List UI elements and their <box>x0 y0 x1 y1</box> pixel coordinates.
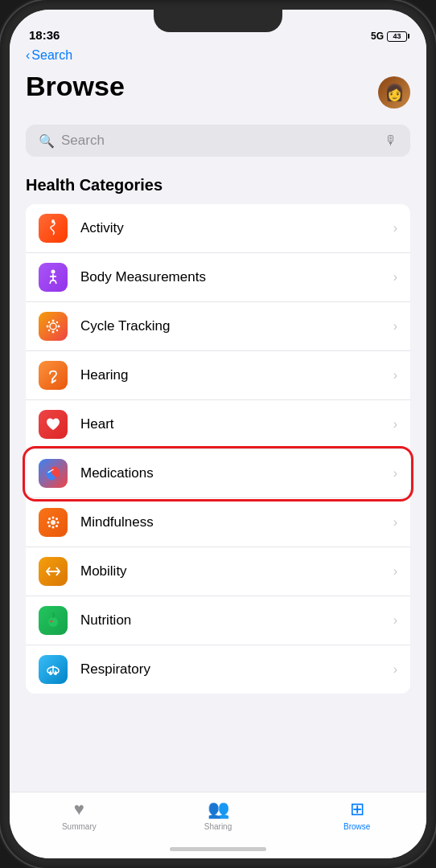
summary-tab-icon: ♥ <box>74 799 84 820</box>
nav-back: ‹ Search <box>10 45 426 64</box>
notch <box>154 10 282 32</box>
list-item[interactable]: Nutrition › <box>26 596 410 645</box>
microphone-icon[interactable]: 🎙 <box>385 133 397 148</box>
svg-point-22 <box>52 517 55 519</box>
chevron-icon: › <box>393 466 397 481</box>
svg-point-16 <box>56 330 58 331</box>
cycle-tracking-label: Cycle Tracking <box>80 318 393 334</box>
home-bar <box>170 847 266 851</box>
browse-tab-icon: ⊞ <box>350 799 364 820</box>
svg-point-23 <box>52 526 55 529</box>
back-button[interactable]: ‹ Search <box>26 48 410 63</box>
list-item[interactable]: Mindfulness › <box>26 498 410 547</box>
body-measurements-label: Body Measurements <box>80 269 393 285</box>
hearing-icon <box>39 361 68 390</box>
svg-point-10 <box>52 331 55 334</box>
chevron-icon: › <box>393 221 397 235</box>
svg-line-7 <box>56 280 57 284</box>
svg-point-0 <box>51 219 55 223</box>
svg-point-14 <box>56 321 58 323</box>
svg-point-12 <box>58 326 60 328</box>
list-item[interactable]: Hearing › <box>26 351 410 400</box>
section-header: Health Categories <box>26 176 410 194</box>
nutrition-label: Nutrition <box>80 612 393 628</box>
avatar-image: 👩 <box>385 83 405 102</box>
chevron-icon: › <box>393 270 397 285</box>
heart-label: Heart <box>80 416 393 432</box>
hearing-label: Hearing <box>80 367 393 383</box>
svg-point-32 <box>51 620 53 623</box>
tab-summary[interactable]: ♥ Summary <box>10 799 149 831</box>
respiratory-label: Respiratory <box>80 661 393 678</box>
sharing-tab-label: Sharing <box>204 822 232 831</box>
categories-list: Activity › <box>26 204 410 694</box>
svg-point-25 <box>57 522 60 524</box>
back-label: Search <box>31 48 72 63</box>
list-item[interactable]: Mobility › <box>26 547 410 596</box>
search-bar[interactable]: 🔍 Search 🎙 <box>26 125 410 157</box>
mindfulness-label: Mindfulness <box>80 514 393 530</box>
mobility-label: Mobility <box>80 563 393 579</box>
phone-screen: 18:36 5G 43 ‹ Search Browse 👩 <box>10 10 426 858</box>
sharing-tab-icon: 👥 <box>208 799 229 820</box>
svg-point-27 <box>56 518 58 520</box>
status-right: 5G 43 <box>371 31 407 42</box>
search-icon: 🔍 <box>39 133 55 149</box>
svg-point-31 <box>48 617 58 627</box>
chevron-icon: › <box>393 368 397 383</box>
medications-label: Medications <box>80 465 393 481</box>
svg-point-9 <box>52 320 55 322</box>
phone-frame: 18:36 5G 43 ‹ Search Browse 👩 <box>0 0 436 868</box>
list-item[interactable]: Cycle Tracking › <box>26 302 410 351</box>
svg-point-26 <box>48 518 51 520</box>
body-measurements-icon <box>39 263 68 292</box>
list-item[interactable]: Activity › <box>26 204 410 253</box>
mobility-icon <box>39 557 68 586</box>
nutrition-icon <box>39 606 68 635</box>
browse-tab-label: Browse <box>343 822 370 831</box>
svg-point-24 <box>47 522 50 524</box>
svg-point-8 <box>50 323 56 330</box>
svg-point-29 <box>56 525 58 527</box>
summary-tab-label: Summary <box>62 822 97 831</box>
list-item[interactable]: Respiratory › <box>26 645 410 694</box>
svg-point-13 <box>48 321 50 323</box>
list-item[interactable]: Heart › <box>26 400 410 449</box>
svg-point-17 <box>51 381 54 383</box>
svg-point-1 <box>51 270 56 274</box>
mindfulness-icon <box>39 508 68 537</box>
cycle-tracking-icon <box>39 312 68 341</box>
tab-browse[interactable]: ⊞ Browse <box>287 799 426 831</box>
page-title: Browse <box>26 71 125 102</box>
svg-point-15 <box>48 330 50 331</box>
header-row: Browse 👩 <box>26 71 410 113</box>
svg-line-6 <box>50 280 51 284</box>
chevron-icon: › <box>393 564 397 579</box>
svg-point-11 <box>47 326 49 328</box>
activity-label: Activity <box>80 220 393 236</box>
tab-sharing[interactable]: 👥 Sharing <box>149 799 288 831</box>
main-content: Browse 👩 🔍 Search 🎙 Health Categories <box>10 64 426 792</box>
avatar[interactable]: 👩 <box>378 76 410 108</box>
search-placeholder: Search <box>61 133 378 149</box>
chevron-icon: › <box>393 613 397 628</box>
chevron-icon: › <box>393 319 397 334</box>
chevron-icon: › <box>393 662 397 677</box>
medications-icon <box>39 459 68 488</box>
list-item[interactable]: Body Measurements › <box>26 253 410 302</box>
heart-icon <box>39 410 68 439</box>
status-time: 18:36 <box>29 28 60 42</box>
medications-list-item[interactable]: Medications › <box>26 449 410 498</box>
svg-point-21 <box>51 520 56 525</box>
back-chevron-icon: ‹ <box>26 48 30 63</box>
chevron-icon: › <box>393 515 397 530</box>
activity-icon <box>39 214 68 243</box>
battery-icon: 43 <box>387 31 407 42</box>
svg-point-33 <box>49 672 52 675</box>
svg-point-34 <box>54 672 57 675</box>
chevron-icon: › <box>393 417 397 432</box>
svg-point-28 <box>48 525 51 527</box>
network-indicator: 5G <box>371 31 384 42</box>
respiratory-icon <box>39 655 68 684</box>
